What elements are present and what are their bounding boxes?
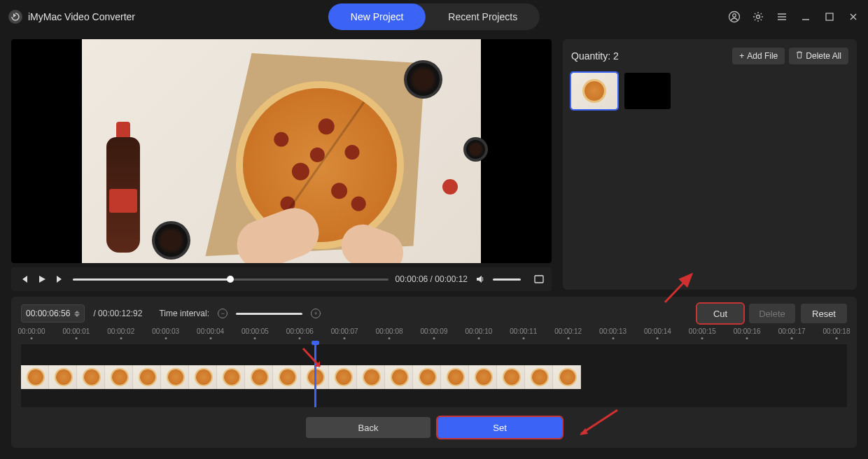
clip-frame: [497, 365, 525, 389]
clip-frame: [413, 365, 441, 389]
svg-rect-4: [826, 13, 833, 20]
clip-frame: [77, 365, 105, 389]
ruler-tick: 00:00:01: [62, 327, 90, 339]
delete-button[interactable]: Delete: [749, 304, 795, 323]
clip-frame: [525, 365, 553, 389]
skip-back-icon[interactable]: [18, 274, 29, 284]
ruler-tick: 00:00:14: [644, 327, 671, 339]
clip-panel: Quantity: 2 + Add File Delete All: [563, 39, 857, 290]
set-button[interactable]: Set: [438, 417, 562, 438]
clip-frame: [469, 365, 497, 389]
menu-icon[interactable]: [776, 10, 788, 23]
clip-frame: [273, 365, 301, 389]
clip-strip[interactable]: [21, 365, 581, 389]
duration-label: / 00:00:12:92: [93, 309, 142, 318]
video-preview[interactable]: [11, 39, 552, 263]
ruler-tick: 00:00:17: [778, 327, 806, 339]
timecode-input[interactable]: 00:00:06:56: [21, 304, 85, 323]
app-title: iMyMac Video Converter: [28, 11, 135, 22]
interval-label: Time interval:: [159, 309, 209, 318]
ruler-tick: 00:00:12: [554, 327, 582, 339]
window-controls: [728, 10, 860, 23]
clip-frame: [105, 365, 133, 389]
minimize-icon[interactable]: [799, 10, 812, 23]
volume-track[interactable]: [493, 278, 521, 281]
video-content: [82, 39, 481, 263]
ruler-tick: 00:00:13: [599, 327, 626, 339]
interval-slider[interactable]: [236, 313, 302, 315]
add-file-button[interactable]: + Add File: [732, 48, 785, 64]
maximize-icon[interactable]: [823, 10, 836, 23]
clip-frame: [49, 365, 77, 389]
ruler-tick: 00:00:09: [421, 327, 448, 339]
ruler-tick: 00:00:06: [286, 327, 314, 339]
svg-marker-0: [13, 13, 16, 17]
clip-frame: [329, 365, 357, 389]
clip-thumbnail-1[interactable]: [571, 73, 617, 109]
fullscreen-icon[interactable]: [533, 274, 545, 285]
preview-column: 00:00:06 / 00:00:12: [11, 39, 552, 291]
cut-button[interactable]: Cut: [697, 304, 743, 323]
main-area: 00:00:06 / 00:00:12 Quantity: 2 + Add Fi…: [0, 34, 868, 294]
clip-frame: [189, 365, 217, 389]
clip-frame: [217, 365, 245, 389]
ruler-tick: 00:00:02: [107, 327, 134, 339]
delete-all-button[interactable]: Delete All: [789, 48, 848, 64]
timeline-panel: 00:00:06:56 / 00:00:12:92 Time interval:…: [11, 297, 857, 448]
ruler-tick: 00:00:16: [734, 327, 761, 339]
tab-recent-projects[interactable]: Recent Projects: [426, 3, 540, 30]
svg-point-3: [757, 15, 760, 19]
ruler-tick: 00:00:08: [376, 327, 403, 339]
clip-thumbnail-2[interactable]: [624, 73, 671, 109]
svg-rect-5: [535, 276, 543, 283]
plus-icon: +: [739, 51, 744, 61]
app-logo-icon: [8, 10, 22, 24]
clip-frame: [133, 365, 161, 389]
volume-icon[interactable]: [475, 274, 486, 284]
player-controls: 00:00:06 / 00:00:12: [11, 267, 552, 291]
clip-frame: [385, 365, 413, 389]
play-icon[interactable]: [36, 274, 48, 284]
ruler-tick: 00:00:04: [197, 327, 224, 339]
ruler-tick: 00:00:07: [331, 327, 358, 339]
clip-frame: [441, 365, 469, 389]
app-brand: iMyMac Video Converter: [8, 10, 135, 24]
clip-frame: [21, 365, 49, 389]
timecode-stepper[interactable]: [74, 311, 80, 317]
ruler-tick: 00:00:18: [823, 327, 850, 339]
quantity-label: Quantity: 2: [571, 50, 619, 62]
ruler-tick: 00:00:00: [18, 327, 46, 339]
time-display: 00:00:06 / 00:00:12: [396, 274, 468, 284]
title-bar: iMyMac Video Converter New Project Recen…: [0, 0, 868, 34]
close-icon[interactable]: [847, 10, 860, 23]
ruler-tick: 00:00:10: [465, 327, 492, 339]
back-button[interactable]: Back: [306, 417, 430, 438]
top-tabs: New Project Recent Projects: [328, 3, 540, 30]
playhead[interactable]: [314, 344, 316, 407]
settings-icon[interactable]: [752, 10, 764, 23]
timeline-ruler[interactable]: 00:00:0000:00:0100:00:0200:00:0300:00:04…: [21, 327, 847, 344]
svg-point-2: [733, 14, 736, 17]
ruler-tick: 00:00:15: [689, 327, 716, 339]
progress-track[interactable]: [73, 278, 388, 281]
ruler-tick: 00:00:03: [152, 327, 179, 339]
ruler-tick: 00:00:05: [241, 327, 269, 339]
clip-frame: [245, 365, 273, 389]
timeline-track[interactable]: [21, 344, 847, 407]
clip-frame: [553, 365, 581, 389]
zoom-in-icon[interactable]: +: [311, 309, 321, 318]
trash-icon: [796, 51, 803, 61]
tab-new-project[interactable]: New Project: [328, 3, 426, 30]
ruler-tick: 00:00:11: [510, 327, 537, 339]
zoom-out-icon[interactable]: −: [218, 309, 227, 318]
reset-button[interactable]: Reset: [801, 304, 847, 323]
account-icon[interactable]: [728, 10, 741, 23]
clip-frame: [357, 365, 385, 389]
skip-forward-icon[interactable]: [55, 274, 66, 284]
clip-frame: [161, 365, 189, 389]
